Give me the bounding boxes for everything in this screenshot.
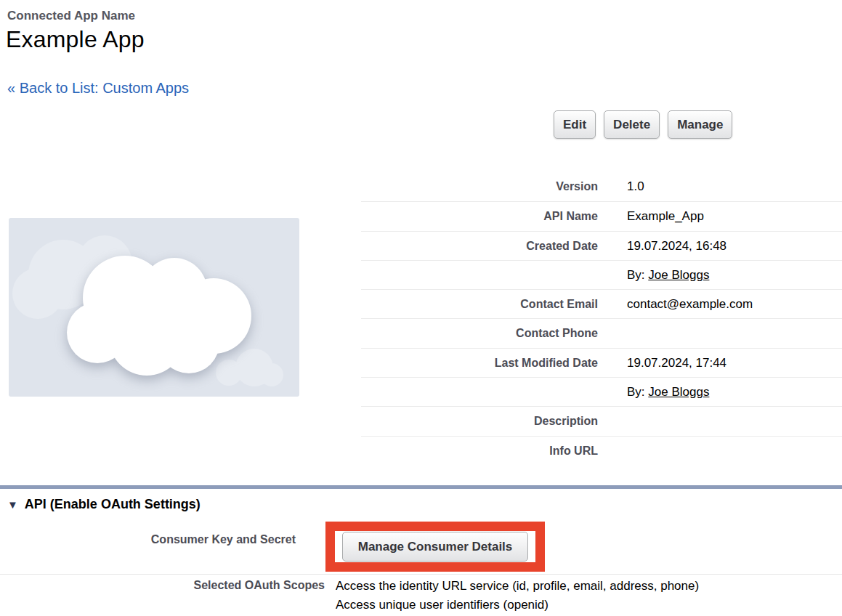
consumer-key-secret-label: Consumer Key and Secret	[0, 532, 296, 547]
selected-oauth-scopes-values: Access the identity URL service (id, pro…	[336, 577, 699, 615]
oauth-section-title: API (Enable OAuth Settings)	[25, 497, 201, 512]
annotation-highlight-box: Manage Consumer Details	[325, 522, 545, 572]
field-label: Contact Phone	[361, 319, 598, 347]
field-label: Created Date	[361, 232, 598, 260]
detail-row-info-url: Info URL	[361, 436, 842, 465]
by-prefix: By:	[627, 385, 648, 399]
field-value: By: Joe Bloggs	[627, 378, 709, 406]
detail-row-last-modified-date: Last Modified Date 19.07.2024, 17:44	[361, 348, 842, 377]
oauth-scope-item: Access unique user identifiers (openid)	[336, 596, 699, 615]
field-value: Example_App	[627, 202, 704, 230]
detail-row-api-name: API Name Example_App	[361, 201, 842, 230]
page-title: Example App	[6, 26, 145, 53]
field-value: 19.07.2024, 16:48	[627, 232, 726, 260]
created-by-user-link[interactable]: Joe Bloggs	[648, 268, 709, 282]
record-type-label: Connected App Name	[7, 9, 135, 23]
connected-app-detail-page: Connected App Name Example App « Back to…	[0, 0, 842, 616]
detail-row-modified-by: By: Joe Bloggs	[361, 377, 842, 406]
detail-row-version: Version 1.0	[361, 172, 842, 201]
manage-consumer-details-button[interactable]: Manage Consumer Details	[342, 532, 529, 562]
modified-by-user-link[interactable]: Joe Bloggs	[648, 385, 709, 399]
field-label	[361, 261, 598, 289]
field-value: By: Joe Bloggs	[627, 261, 709, 289]
oauth-section-header: ▼ API (Enable OAuth Settings)	[7, 497, 201, 512]
delete-button[interactable]: Delete	[604, 110, 660, 139]
field-label	[361, 378, 598, 406]
section-divider-bar	[0, 485, 842, 489]
back-to-list-link[interactable]: « Back to List: Custom Apps	[7, 80, 189, 97]
collapse-section-icon[interactable]: ▼	[7, 498, 18, 511]
field-label: Last Modified Date	[361, 349, 598, 377]
field-label: Info URL	[361, 437, 598, 465]
detail-row-created-date: Created Date 19.07.2024, 16:48	[361, 231, 842, 260]
selected-oauth-scopes-label: Selected OAuth Scopes	[0, 579, 325, 592]
cloud-illustration	[9, 218, 299, 397]
detail-row-description: Description	[361, 406, 842, 435]
detail-row-created-by: By: Joe Bloggs	[361, 260, 842, 289]
field-value: contact@example.com	[627, 290, 753, 318]
field-label: Description	[361, 407, 598, 435]
detail-row-contact-email: Contact Email contact@example.com	[361, 289, 842, 318]
field-value: 1.0	[627, 172, 644, 201]
app-logo-cloud-image	[9, 218, 299, 397]
oauth-scope-item: Access the identity URL service (id, pro…	[336, 577, 699, 596]
field-label: API Name	[361, 202, 598, 230]
field-label: Contact Email	[361, 290, 598, 318]
detail-row-contact-phone: Contact Phone	[361, 318, 842, 347]
field-value: 19.07.2024, 17:44	[627, 349, 726, 377]
by-prefix: By:	[627, 268, 648, 282]
field-label: Version	[361, 172, 598, 201]
manage-button[interactable]: Manage	[668, 110, 732, 139]
detail-field-table: Version 1.0 API Name Example_App Created…	[361, 172, 842, 465]
edit-button[interactable]: Edit	[554, 110, 596, 139]
record-action-toolbar: Edit Delete Manage	[554, 110, 732, 139]
row-separator-line	[0, 574, 842, 575]
